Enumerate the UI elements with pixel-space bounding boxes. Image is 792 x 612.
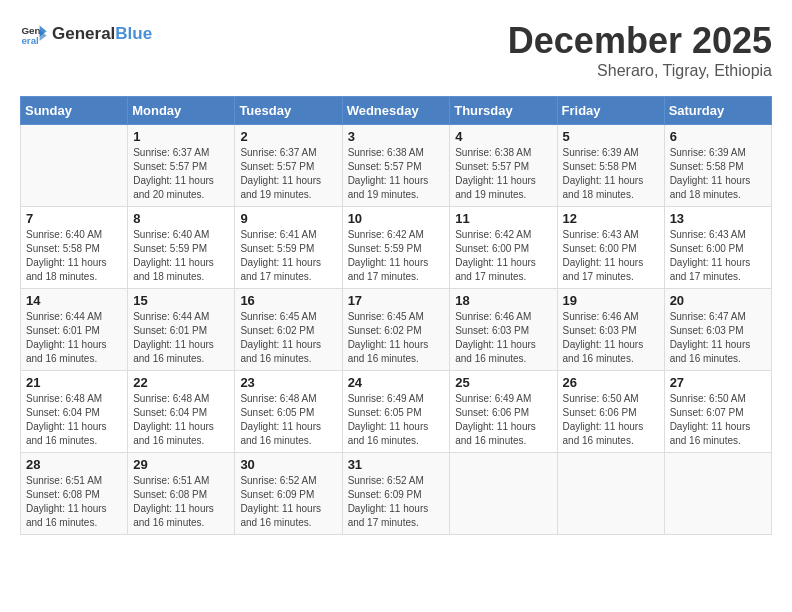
cell-content: Sunrise: 6:40 AM Sunset: 5:58 PM Dayligh… bbox=[26, 228, 122, 284]
day-number: 26 bbox=[563, 375, 659, 390]
header-day-saturday: Saturday bbox=[664, 97, 771, 125]
cell-content: Sunrise: 6:48 AM Sunset: 6:04 PM Dayligh… bbox=[26, 392, 122, 448]
cell-content: Sunrise: 6:43 AM Sunset: 6:00 PM Dayligh… bbox=[670, 228, 766, 284]
calendar-cell bbox=[557, 453, 664, 535]
cell-content: Sunrise: 6:42 AM Sunset: 5:59 PM Dayligh… bbox=[348, 228, 445, 284]
calendar-cell: 13Sunrise: 6:43 AM Sunset: 6:00 PM Dayli… bbox=[664, 207, 771, 289]
cell-content: Sunrise: 6:52 AM Sunset: 6:09 PM Dayligh… bbox=[348, 474, 445, 530]
day-number: 16 bbox=[240, 293, 336, 308]
cell-content: Sunrise: 6:46 AM Sunset: 6:03 PM Dayligh… bbox=[563, 310, 659, 366]
cell-content: Sunrise: 6:46 AM Sunset: 6:03 PM Dayligh… bbox=[455, 310, 551, 366]
logo-icon: Gen eral bbox=[20, 20, 48, 48]
cell-content: Sunrise: 6:43 AM Sunset: 6:00 PM Dayligh… bbox=[563, 228, 659, 284]
cell-content: Sunrise: 6:48 AM Sunset: 6:04 PM Dayligh… bbox=[133, 392, 229, 448]
day-number: 18 bbox=[455, 293, 551, 308]
cell-content: Sunrise: 6:48 AM Sunset: 6:05 PM Dayligh… bbox=[240, 392, 336, 448]
day-number: 14 bbox=[26, 293, 122, 308]
calendar-cell: 29Sunrise: 6:51 AM Sunset: 6:08 PM Dayli… bbox=[128, 453, 235, 535]
cell-content: Sunrise: 6:49 AM Sunset: 6:05 PM Dayligh… bbox=[348, 392, 445, 448]
cell-content: Sunrise: 6:38 AM Sunset: 5:57 PM Dayligh… bbox=[455, 146, 551, 202]
header-day-friday: Friday bbox=[557, 97, 664, 125]
cell-content: Sunrise: 6:51 AM Sunset: 6:08 PM Dayligh… bbox=[26, 474, 122, 530]
week-row-4: 28Sunrise: 6:51 AM Sunset: 6:08 PM Dayli… bbox=[21, 453, 772, 535]
day-number: 12 bbox=[563, 211, 659, 226]
cell-content: Sunrise: 6:39 AM Sunset: 5:58 PM Dayligh… bbox=[670, 146, 766, 202]
month-title: December 2025 bbox=[508, 20, 772, 62]
day-number: 3 bbox=[348, 129, 445, 144]
calendar-cell: 31Sunrise: 6:52 AM Sunset: 6:09 PM Dayli… bbox=[342, 453, 450, 535]
week-row-1: 7Sunrise: 6:40 AM Sunset: 5:58 PM Daylig… bbox=[21, 207, 772, 289]
calendar-cell: 21Sunrise: 6:48 AM Sunset: 6:04 PM Dayli… bbox=[21, 371, 128, 453]
cell-content: Sunrise: 6:45 AM Sunset: 6:02 PM Dayligh… bbox=[348, 310, 445, 366]
calendar-cell: 27Sunrise: 6:50 AM Sunset: 6:07 PM Dayli… bbox=[664, 371, 771, 453]
logo: Gen eral GeneralBlue bbox=[20, 20, 152, 48]
day-number: 31 bbox=[348, 457, 445, 472]
logo-blue-text: Blue bbox=[115, 24, 152, 43]
cell-content: Sunrise: 6:37 AM Sunset: 5:57 PM Dayligh… bbox=[240, 146, 336, 202]
calendar-cell: 5Sunrise: 6:39 AM Sunset: 5:58 PM Daylig… bbox=[557, 125, 664, 207]
cell-content: Sunrise: 6:39 AM Sunset: 5:58 PM Dayligh… bbox=[563, 146, 659, 202]
day-number: 19 bbox=[563, 293, 659, 308]
logo-general-text: General bbox=[52, 24, 115, 43]
calendar-cell: 10Sunrise: 6:42 AM Sunset: 5:59 PM Dayli… bbox=[342, 207, 450, 289]
cell-content: Sunrise: 6:38 AM Sunset: 5:57 PM Dayligh… bbox=[348, 146, 445, 202]
calendar-cell: 25Sunrise: 6:49 AM Sunset: 6:06 PM Dayli… bbox=[450, 371, 557, 453]
calendar-cell: 26Sunrise: 6:50 AM Sunset: 6:06 PM Dayli… bbox=[557, 371, 664, 453]
header-day-wednesday: Wednesday bbox=[342, 97, 450, 125]
cell-content: Sunrise: 6:47 AM Sunset: 6:03 PM Dayligh… bbox=[670, 310, 766, 366]
week-row-2: 14Sunrise: 6:44 AM Sunset: 6:01 PM Dayli… bbox=[21, 289, 772, 371]
calendar-cell: 24Sunrise: 6:49 AM Sunset: 6:05 PM Dayli… bbox=[342, 371, 450, 453]
cell-content: Sunrise: 6:42 AM Sunset: 6:00 PM Dayligh… bbox=[455, 228, 551, 284]
calendar-cell: 14Sunrise: 6:44 AM Sunset: 6:01 PM Dayli… bbox=[21, 289, 128, 371]
header-day-tuesday: Tuesday bbox=[235, 97, 342, 125]
calendar-cell: 2Sunrise: 6:37 AM Sunset: 5:57 PM Daylig… bbox=[235, 125, 342, 207]
day-number: 6 bbox=[670, 129, 766, 144]
calendar-cell: 1Sunrise: 6:37 AM Sunset: 5:57 PM Daylig… bbox=[128, 125, 235, 207]
cell-content: Sunrise: 6:40 AM Sunset: 5:59 PM Dayligh… bbox=[133, 228, 229, 284]
calendar-cell: 19Sunrise: 6:46 AM Sunset: 6:03 PM Dayli… bbox=[557, 289, 664, 371]
cell-content: Sunrise: 6:37 AM Sunset: 5:57 PM Dayligh… bbox=[133, 146, 229, 202]
day-number: 21 bbox=[26, 375, 122, 390]
day-number: 23 bbox=[240, 375, 336, 390]
day-number: 8 bbox=[133, 211, 229, 226]
calendar-cell bbox=[664, 453, 771, 535]
cell-content: Sunrise: 6:44 AM Sunset: 6:01 PM Dayligh… bbox=[133, 310, 229, 366]
day-number: 28 bbox=[26, 457, 122, 472]
calendar-cell: 12Sunrise: 6:43 AM Sunset: 6:00 PM Dayli… bbox=[557, 207, 664, 289]
day-number: 29 bbox=[133, 457, 229, 472]
day-number: 13 bbox=[670, 211, 766, 226]
day-number: 15 bbox=[133, 293, 229, 308]
week-row-3: 21Sunrise: 6:48 AM Sunset: 6:04 PM Dayli… bbox=[21, 371, 772, 453]
header-day-monday: Monday bbox=[128, 97, 235, 125]
calendar-cell: 9Sunrise: 6:41 AM Sunset: 5:59 PM Daylig… bbox=[235, 207, 342, 289]
cell-content: Sunrise: 6:52 AM Sunset: 6:09 PM Dayligh… bbox=[240, 474, 336, 530]
day-number: 20 bbox=[670, 293, 766, 308]
page-header: Gen eral GeneralBlue December 2025 Shera… bbox=[20, 20, 772, 80]
day-number: 25 bbox=[455, 375, 551, 390]
day-number: 9 bbox=[240, 211, 336, 226]
cell-content: Sunrise: 6:51 AM Sunset: 6:08 PM Dayligh… bbox=[133, 474, 229, 530]
cell-content: Sunrise: 6:49 AM Sunset: 6:06 PM Dayligh… bbox=[455, 392, 551, 448]
calendar-cell: 30Sunrise: 6:52 AM Sunset: 6:09 PM Dayli… bbox=[235, 453, 342, 535]
location-title: Sheraro, Tigray, Ethiopia bbox=[508, 62, 772, 80]
calendar-cell: 7Sunrise: 6:40 AM Sunset: 5:58 PM Daylig… bbox=[21, 207, 128, 289]
day-number: 27 bbox=[670, 375, 766, 390]
calendar-cell: 15Sunrise: 6:44 AM Sunset: 6:01 PM Dayli… bbox=[128, 289, 235, 371]
calendar-cell: 23Sunrise: 6:48 AM Sunset: 6:05 PM Dayli… bbox=[235, 371, 342, 453]
calendar-cell: 6Sunrise: 6:39 AM Sunset: 5:58 PM Daylig… bbox=[664, 125, 771, 207]
day-number: 11 bbox=[455, 211, 551, 226]
title-area: December 2025 Sheraro, Tigray, Ethiopia bbox=[508, 20, 772, 80]
svg-text:eral: eral bbox=[21, 35, 39, 46]
calendar-cell: 20Sunrise: 6:47 AM Sunset: 6:03 PM Dayli… bbox=[664, 289, 771, 371]
calendar-cell: 17Sunrise: 6:45 AM Sunset: 6:02 PM Dayli… bbox=[342, 289, 450, 371]
cell-content: Sunrise: 6:50 AM Sunset: 6:07 PM Dayligh… bbox=[670, 392, 766, 448]
day-number: 1 bbox=[133, 129, 229, 144]
calendar-header: SundayMondayTuesdayWednesdayThursdayFrid… bbox=[21, 97, 772, 125]
calendar-cell: 16Sunrise: 6:45 AM Sunset: 6:02 PM Dayli… bbox=[235, 289, 342, 371]
day-number: 7 bbox=[26, 211, 122, 226]
day-number: 30 bbox=[240, 457, 336, 472]
calendar-cell: 3Sunrise: 6:38 AM Sunset: 5:57 PM Daylig… bbox=[342, 125, 450, 207]
cell-content: Sunrise: 6:45 AM Sunset: 6:02 PM Dayligh… bbox=[240, 310, 336, 366]
day-number: 17 bbox=[348, 293, 445, 308]
cell-content: Sunrise: 6:41 AM Sunset: 5:59 PM Dayligh… bbox=[240, 228, 336, 284]
